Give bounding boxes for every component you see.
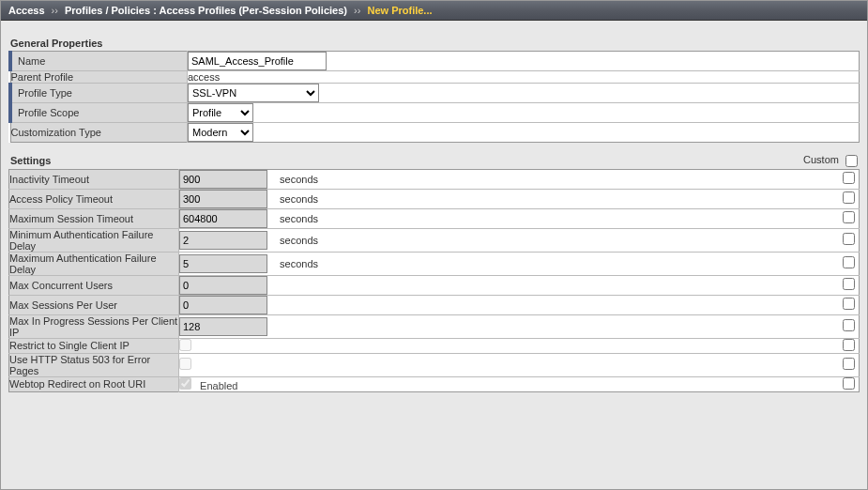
max-inprogress-sessions-custom-checkbox[interactable] <box>843 319 855 331</box>
access-policy-timeout-label: Access Policy Timeout <box>9 189 179 208</box>
max-concurrent-users-custom-checkbox[interactable] <box>843 278 855 290</box>
min-auth-fail-delay-input[interactable] <box>179 231 267 250</box>
breadcrumb-sep: ›› <box>48 5 62 16</box>
max-sessions-per-user-label: Max Sessions Per User <box>9 295 179 314</box>
max-sessions-per-user-input[interactable] <box>179 296 267 314</box>
max-auth-fail-delay-custom-checkbox[interactable] <box>843 256 855 268</box>
webtop-redirect-checkbox[interactable] <box>179 377 191 390</box>
access-policy-timeout-custom-checkbox[interactable] <box>843 191 855 204</box>
http-503-label: Use HTTP Status 503 for Error Pages <box>9 353 179 376</box>
max-inprogress-sessions-label: Max In Progress Sessions Per Client IP <box>9 314 179 338</box>
parent-profile-value: access <box>188 71 860 84</box>
max-sessions-per-user-custom-checkbox[interactable] <box>843 298 855 310</box>
inactivity-timeout-custom-checkbox[interactable] <box>843 172 855 184</box>
breadcrumb-sep: ›› <box>350 5 364 16</box>
restrict-single-ip-label: Restrict to Single Client IP <box>9 338 179 353</box>
webtop-redirect-custom-checkbox[interactable] <box>843 377 855 390</box>
profile-scope-label: Profile Scope <box>10 103 188 123</box>
breadcrumb-current: New Profile... <box>367 5 432 16</box>
profile-type-label: Profile Type <box>10 84 188 103</box>
breadcrumb: Access ›› Profiles / Policies : Access P… <box>1 1 867 21</box>
breadcrumb-root[interactable]: Access <box>8 5 45 16</box>
min-auth-fail-delay-custom-checkbox[interactable] <box>843 233 855 245</box>
max-session-timeout-input[interactable] <box>179 209 267 228</box>
access-policy-timeout-input[interactable] <box>179 190 267 208</box>
profile-scope-select[interactable]: Profile <box>188 103 253 122</box>
inactivity-timeout-label: Inactivity Timeout <box>9 169 179 189</box>
custom-label: Custom <box>803 154 839 165</box>
max-session-timeout-custom-checkbox[interactable] <box>843 211 855 223</box>
max-session-timeout-label: Maximum Session Timeout <box>9 208 179 228</box>
webtop-redirect-label: Webtop Redirect on Root URI <box>9 376 179 391</box>
customization-type-select[interactable]: Modern <box>188 123 253 142</box>
min-auth-fail-delay-unit: seconds <box>280 235 318 246</box>
max-session-timeout-unit: seconds <box>280 213 318 224</box>
custom-all-checkbox[interactable] <box>845 155 858 167</box>
customization-type-label: Customization Type <box>10 123 188 143</box>
http-503-custom-checkbox[interactable] <box>843 358 855 370</box>
max-auth-fail-delay-label: Maximum Authentication Failure Delay <box>9 252 179 275</box>
webtop-redirect-enabled-text: Enabled <box>200 380 237 391</box>
min-auth-fail-delay-label: Minimum Authentication Failure Delay <box>9 228 179 252</box>
max-concurrent-users-label: Max Concurrent Users <box>9 275 179 295</box>
breadcrumb-path[interactable]: Profiles / Policies : Access Profiles (P… <box>65 5 347 16</box>
parent-profile-label: Parent Profile <box>10 71 188 84</box>
profile-type-select[interactable]: SSL-VPN <box>188 84 319 102</box>
general-properties-table: Name Parent Profile access Profile Type … <box>8 51 860 143</box>
restrict-single-ip-checkbox[interactable] <box>179 339 191 351</box>
general-properties-title: General Properties <box>10 38 860 49</box>
http-503-checkbox[interactable] <box>179 358 191 370</box>
settings-title: Settings <box>10 155 51 166</box>
settings-table: Inactivity Timeout seconds Access Policy… <box>8 169 860 392</box>
inactivity-timeout-unit: seconds <box>280 174 318 185</box>
max-inprogress-sessions-input[interactable] <box>179 317 267 336</box>
name-input[interactable] <box>188 52 327 70</box>
max-auth-fail-delay-unit: seconds <box>280 258 318 269</box>
restrict-single-ip-custom-checkbox[interactable] <box>843 339 855 351</box>
name-label: Name <box>10 52 188 71</box>
max-auth-fail-delay-input[interactable] <box>179 254 267 273</box>
max-concurrent-users-input[interactable] <box>179 276 267 295</box>
inactivity-timeout-input[interactable] <box>179 170 267 189</box>
access-policy-timeout-unit: seconds <box>280 193 318 205</box>
